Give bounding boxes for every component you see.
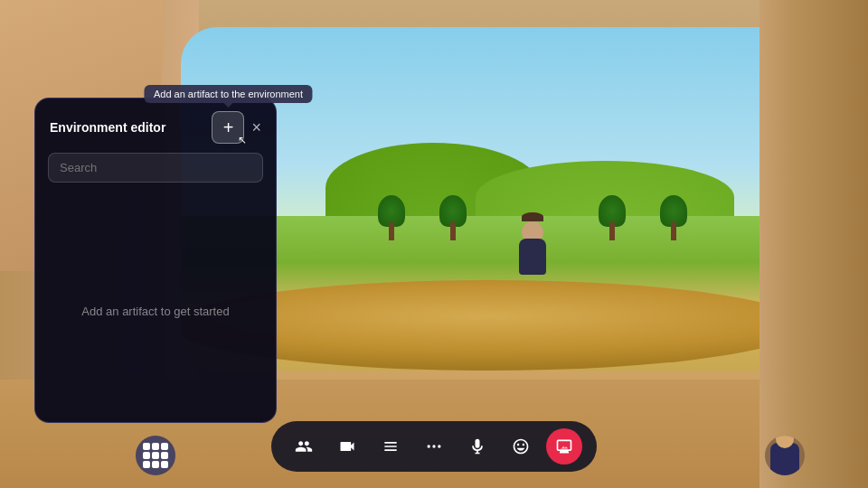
mic-icon — [468, 437, 486, 455]
share-button[interactable] — [373, 428, 409, 465]
avatar-btn-figure — [770, 443, 799, 475]
grid-dot — [152, 461, 159, 468]
grid-dot — [152, 443, 159, 450]
tree-trunk-2 — [450, 222, 456, 240]
avatar-btn-head — [776, 436, 794, 448]
empty-state-text: Add an artifact to get started — [81, 305, 229, 318]
env-editor-title: Environment editor — [50, 120, 165, 135]
camera-button[interactable] — [329, 428, 365, 465]
grid-dot — [143, 452, 150, 459]
side-wall-right — [760, 0, 868, 488]
add-artifact-button[interactable]: Add an artifact to the environment ↖ — [212, 111, 244, 144]
search-input[interactable] — [48, 153, 263, 183]
share-screen-button[interactable] — [546, 428, 582, 465]
people-button[interactable] — [286, 428, 322, 465]
grid-dot — [143, 443, 150, 450]
close-button[interactable]: × — [251, 119, 261, 136]
avatar-figure — [519, 212, 546, 275]
grid-dot — [152, 452, 159, 459]
share-screen-icon — [555, 437, 573, 455]
environment-editor-panel: Environment editor Add an artifact to th… — [34, 98, 277, 423]
avatar-button[interactable] — [765, 436, 805, 475]
tree-3 — [599, 195, 626, 240]
grid-icon — [143, 443, 168, 468]
tree-2 — [439, 195, 467, 240]
mic-button[interactable] — [459, 428, 495, 465]
camera-icon — [338, 437, 356, 455]
grid-dot — [161, 443, 168, 450]
empty-state: Add an artifact to get started — [35, 193, 276, 428]
search-container — [35, 153, 276, 193]
svg-point-1 — [432, 445, 435, 447]
more-button[interactable] — [416, 428, 452, 465]
grid-dot — [161, 452, 168, 459]
svg-point-2 — [438, 445, 440, 447]
share-icon — [382, 437, 400, 455]
tree-4 — [660, 195, 687, 240]
tree-trunk-4 — [671, 222, 676, 240]
avatar-hair — [522, 212, 543, 221]
tree-1 — [378, 195, 405, 240]
more-icon — [425, 437, 443, 455]
env-editor-header: Environment editor Add an artifact to th… — [35, 99, 276, 153]
bottom-toolbar — [271, 421, 597, 472]
tree-trunk-1 — [389, 222, 394, 240]
grid-dot — [143, 461, 150, 468]
people-icon — [295, 437, 313, 455]
apps-button[interactable] — [136, 436, 175, 475]
tree-trunk-3 — [609, 222, 615, 240]
avatar-body — [519, 239, 546, 275]
emoji-button[interactable] — [503, 428, 539, 465]
grid-dot — [161, 461, 168, 468]
env-header-buttons: Add an artifact to the environment ↖ × — [212, 111, 261, 144]
emoji-icon — [512, 437, 530, 455]
svg-point-0 — [428, 445, 430, 447]
cursor-icon: ↖ — [238, 134, 247, 146]
